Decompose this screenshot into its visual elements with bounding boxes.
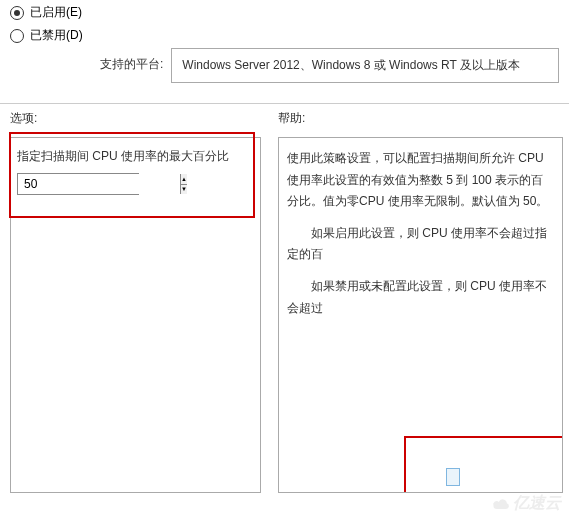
- help-label: 帮助:: [278, 110, 569, 127]
- platforms-box: Windows Server 2012、Windows 8 或 Windows …: [171, 48, 559, 83]
- highlight-box-options: [9, 132, 255, 218]
- left-panel: 选项: 指定扫描期间 CPU 使用率的最大百分比 ▲ ▼: [0, 110, 268, 493]
- radio-disabled[interactable]: 已禁用(D): [10, 27, 559, 44]
- platforms-label: 支持的平台:: [100, 48, 163, 83]
- options-box: 指定扫描期间 CPU 使用率的最大百分比 ▲ ▼: [10, 137, 261, 493]
- cloud-icon: [491, 497, 511, 511]
- help-text: 使用此策略设置，可以配置扫描期间所允许 CPU 使用率此设置的有效值为整数 5 …: [287, 148, 554, 319]
- highlight-box-bottom: [404, 436, 563, 493]
- help-box: 使用此策略设置，可以配置扫描期间所允许 CPU 使用率此设置的有效值为整数 5 …: [278, 137, 563, 493]
- watermark: 亿速云: [491, 493, 561, 514]
- radio-group: 已启用(E) 已禁用(D): [10, 4, 559, 44]
- divider: [0, 103, 569, 104]
- help-p3: 如果禁用或未配置此设置，则 CPU 使用率不会超过: [287, 276, 554, 319]
- top-section: 已启用(E) 已禁用(D) 支持的平台: Windows Server 2012…: [0, 0, 569, 85]
- radio-disabled-label: 已禁用(D): [30, 27, 83, 44]
- radio-enabled[interactable]: 已启用(E): [10, 4, 559, 21]
- blue-corner-indicator: [446, 468, 460, 486]
- radio-icon: [10, 29, 24, 43]
- radio-enabled-label: 已启用(E): [30, 4, 82, 21]
- watermark-text: 亿速云: [513, 493, 561, 514]
- platforms-row: 支持的平台: Windows Server 2012、Windows 8 或 W…: [100, 48, 559, 83]
- help-p1: 使用此策略设置，可以配置扫描期间所允许 CPU 使用率此设置的有效值为整数 5 …: [287, 148, 554, 213]
- right-panel: 帮助: 使用此策略设置，可以配置扫描期间所允许 CPU 使用率此设置的有效值为整…: [268, 110, 569, 493]
- radio-icon-selected: [10, 6, 24, 20]
- platforms-value: Windows Server 2012、Windows 8 或 Windows …: [182, 58, 520, 72]
- help-p2: 如果启用此设置，则 CPU 使用率不会超过指定的百: [287, 223, 554, 266]
- middle-section: 选项: 指定扫描期间 CPU 使用率的最大百分比 ▲ ▼ 帮助: 使用此策略设置…: [0, 110, 569, 493]
- options-label: 选项:: [10, 110, 268, 127]
